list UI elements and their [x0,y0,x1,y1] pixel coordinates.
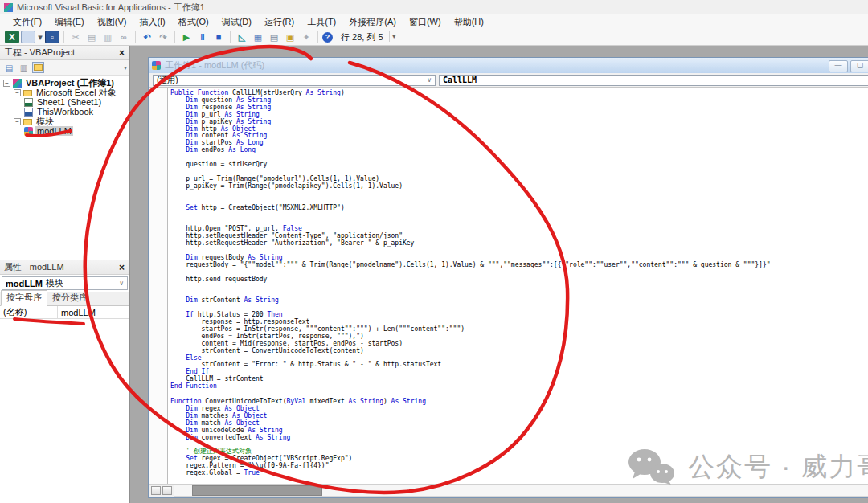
procedure-dropdown-value: CallLLM [443,76,477,84]
object-dropdown[interactable]: (通用) ∨ [153,75,436,86]
tab-categorized[interactable]: 按分类序 [47,291,92,305]
code-line[interactable]: question = strUserQry [170,162,868,169]
tree-item-microsoft-excel-[interactable]: −Microsoft Excel 对象 [0,88,129,97]
tree-item-modllm[interactable]: modLLM [0,126,129,136]
view-object-icon[interactable]: ▥ [18,62,30,73]
code-line[interactable]: http.send requestBody [170,276,868,284]
run-icon[interactable]: ▶ [179,31,194,43]
toolbar-separator [63,31,64,43]
code-line[interactable]: Dim regex As Object [170,406,868,413]
menu-bar: 文件(F)编辑(E)视图(V)插入(I)格式(O)调试(D)运行(R)工具(T)… [0,14,868,29]
code-line[interactable]: Public Function CallLLM(strUserQry As St… [170,90,868,97]
menu-item[interactable]: 运行(R) [258,15,301,29]
reset-icon[interactable]: ■ [211,31,226,43]
object-browser-icon[interactable]: ▣ [283,31,297,43]
tree-item-sheet1-sheet1-[interactable]: Sheet1 (Sheet1) [0,97,129,107]
toggle-folders-icon[interactable] [32,62,44,73]
code-line[interactable]: Dim endPos As Long [170,147,868,154]
code-line[interactable]: End Function [170,383,868,391]
menu-item[interactable]: 工具(T) [301,15,342,29]
code-line[interactable]: Function ConvertUnicodeToText(ByVal mixe… [170,399,868,406]
help-icon[interactable]: ? [322,32,333,43]
procedure-dropdown[interactable]: CallLLM [439,75,868,86]
code-line[interactable]: Dim strContent As String [170,297,868,305]
full-module-view-button[interactable] [162,486,172,495]
save-icon[interactable]: ▫ [45,31,59,43]
insert-userform-icon[interactable] [21,31,35,43]
horizontal-scrollbar[interactable] [174,485,868,497]
tree-expander-icon[interactable]: − [3,80,10,87]
folder-icon [23,90,32,96]
project-explorer-icon[interactable]: ▦ [251,31,265,43]
menu-item[interactable]: 调试(D) [215,15,258,29]
horizontal-scrollbar-thumb[interactable] [192,485,322,496]
menu-item[interactable]: 插入(I) [133,15,171,29]
code-line[interactable]: requestBody = "{""model"":""" & Trim(Ran… [170,262,868,269]
code-line[interactable]: Dim p_url As String [170,112,868,119]
menu-item[interactable]: 窗口(W) [403,15,448,29]
module-icon [24,127,33,136]
code-line[interactable]: Dim matches As Object [170,413,868,420]
code-line[interactable]: strContent = "Error: " & http.Status & "… [170,362,868,369]
chevron-down-icon[interactable]: ▾ [124,64,127,72]
properties-panel-header[interactable]: 属性 - modLLM × [0,260,129,275]
code-line[interactable]: CallLLM = strContent [170,376,868,383]
properties-window-icon[interactable]: ▤ [267,31,281,43]
project-panel-header[interactable]: 工程 - VBAProject × [0,46,129,60]
code-line[interactable] [170,269,868,276]
copy-icon[interactable]: ▤ [84,31,99,43]
code-line[interactable]: p_apiKey = Trim(Range("pmodelapikey").Ce… [170,183,868,190]
procedure-view-button[interactable] [151,486,161,495]
tree-expander-icon[interactable]: − [14,89,21,96]
properties-panel-close-icon[interactable]: × [116,262,128,273]
tab-alphabetic[interactable]: 按字母序 [1,290,47,306]
code-line[interactable]: Dim convertedText As String [170,435,868,442]
menu-item[interactable]: 视图(V) [91,15,133,29]
project-panel-close-icon[interactable]: × [116,47,128,59]
property-row[interactable]: (名称) modLLM [0,306,129,319]
code-line[interactable]: Dim response As String [170,104,868,112]
code-margin-indicator-bar[interactable] [149,88,168,484]
cut-icon[interactable]: ✂ [68,31,83,43]
code-line[interactable] [170,283,868,290]
redo-icon[interactable]: ↷ [156,31,170,43]
msforms-icon[interactable]: ✦ [299,31,313,43]
code-editor[interactable]: Public Function CallLLM(strUserQry As St… [168,88,868,484]
code-line[interactable]: End If [170,369,868,376]
view-code-icon[interactable]: ▤ [3,62,15,73]
vba-project-icon [13,79,22,88]
code-line[interactable]: http.setRequestHeader "Authorization", "… [170,240,868,247]
code-line[interactable]: Dim http As Object [170,126,868,133]
code-line[interactable]: Dim startPos As Long [170,140,868,147]
code-line[interactable] [170,211,868,219]
maximize-button[interactable]: ▢ [850,60,868,72]
tree-expander-icon[interactable]: − [14,118,21,125]
properties-object-combo[interactable]: modLLM 模块 ∨ [2,276,128,290]
code-line[interactable]: strContent = ConvertUnicodeToText(conten… [170,348,868,355]
excel-icon[interactable]: X [5,31,19,43]
menu-item[interactable]: 外接程序(A) [342,15,403,29]
property-value[interactable]: modLLM [58,308,96,317]
tree-item--[interactable]: −模块 [0,117,129,126]
code-line[interactable]: Set http = CreateObject("MSXML2.XMLHTTP"… [170,205,868,212]
paste-icon[interactable]: ▥ [100,31,115,43]
menu-item[interactable]: 文件(F) [6,15,48,29]
dropdown-caret[interactable]: ▾ [37,31,43,43]
code-line[interactable]: Dim p_apiKey As String [170,119,868,126]
code-line[interactable] [170,190,868,198]
menu-item[interactable]: 帮助(H) [448,15,490,29]
code-line[interactable]: Dim content As String [170,133,868,140]
code-window-title-bar[interactable]: 工作簿1 - modLLM (代码) — ▢ [149,58,868,73]
code-line[interactable] [170,441,868,448]
find-icon[interactable]: ∞ [117,31,131,43]
code-line[interactable]: Dim question As String [170,97,868,104]
menu-item[interactable]: 格式(O) [172,15,215,29]
code-line[interactable] [170,154,868,162]
menu-item[interactable]: 编辑(E) [48,15,91,29]
minimize-button[interactable]: — [829,60,848,72]
toolbar-overflow-chevron-icon[interactable]: ▾ [389,31,399,42]
undo-icon[interactable]: ↶ [140,31,154,43]
design-mode-icon[interactable]: ◺ [235,31,249,43]
break-icon[interactable]: ‖ [195,31,210,43]
tree-item-thisworkbook[interactable]: ThisWorkbook [0,107,129,117]
